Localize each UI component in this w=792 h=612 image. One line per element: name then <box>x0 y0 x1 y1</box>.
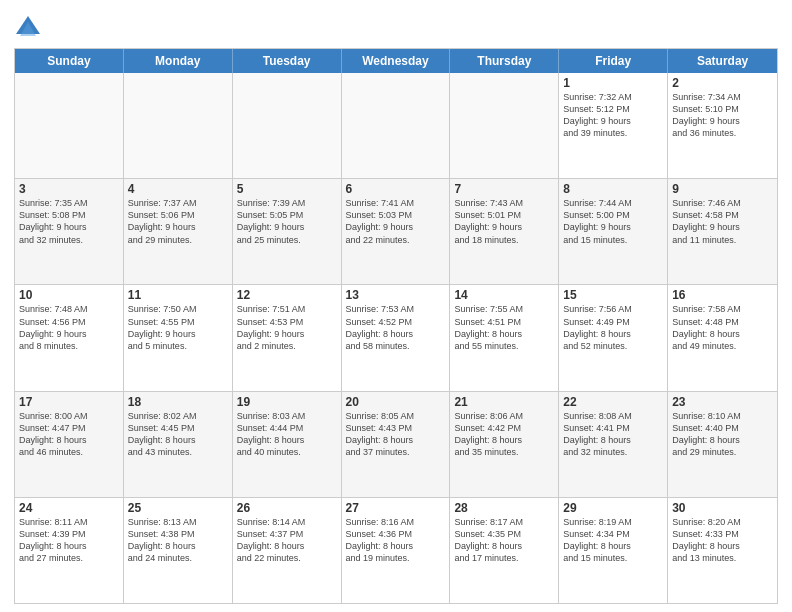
calendar: SundayMondayTuesdayWednesdayThursdayFrid… <box>14 48 778 604</box>
day-number: 20 <box>346 395 446 409</box>
day-number: 5 <box>237 182 337 196</box>
day-info: Sunrise: 8:13 AMSunset: 4:38 PMDaylight:… <box>128 516 228 565</box>
calendar-week-2: 3Sunrise: 7:35 AMSunset: 5:08 PMDaylight… <box>15 179 777 285</box>
day-cell-28: 28Sunrise: 8:17 AMSunset: 4:35 PMDayligh… <box>450 498 559 603</box>
day-number: 14 <box>454 288 554 302</box>
day-number: 6 <box>346 182 446 196</box>
logo-icon <box>14 14 42 42</box>
day-info: Sunrise: 7:50 AMSunset: 4:55 PMDaylight:… <box>128 303 228 352</box>
day-cell-9: 9Sunrise: 7:46 AMSunset: 4:58 PMDaylight… <box>668 179 777 284</box>
day-number: 29 <box>563 501 663 515</box>
calendar-week-5: 24Sunrise: 8:11 AMSunset: 4:39 PMDayligh… <box>15 498 777 603</box>
day-info: Sunrise: 8:02 AMSunset: 4:45 PMDaylight:… <box>128 410 228 459</box>
header-day-tuesday: Tuesday <box>233 49 342 73</box>
header <box>14 10 778 42</box>
empty-cell <box>450 73 559 178</box>
day-number: 13 <box>346 288 446 302</box>
day-number: 17 <box>19 395 119 409</box>
day-number: 21 <box>454 395 554 409</box>
day-number: 15 <box>563 288 663 302</box>
day-number: 3 <box>19 182 119 196</box>
header-day-thursday: Thursday <box>450 49 559 73</box>
day-info: Sunrise: 8:08 AMSunset: 4:41 PMDaylight:… <box>563 410 663 459</box>
day-number: 18 <box>128 395 228 409</box>
day-cell-22: 22Sunrise: 8:08 AMSunset: 4:41 PMDayligh… <box>559 392 668 497</box>
day-cell-1: 1Sunrise: 7:32 AMSunset: 5:12 PMDaylight… <box>559 73 668 178</box>
day-cell-5: 5Sunrise: 7:39 AMSunset: 5:05 PMDaylight… <box>233 179 342 284</box>
calendar-week-4: 17Sunrise: 8:00 AMSunset: 4:47 PMDayligh… <box>15 392 777 498</box>
day-info: Sunrise: 8:03 AMSunset: 4:44 PMDaylight:… <box>237 410 337 459</box>
day-cell-19: 19Sunrise: 8:03 AMSunset: 4:44 PMDayligh… <box>233 392 342 497</box>
day-cell-11: 11Sunrise: 7:50 AMSunset: 4:55 PMDayligh… <box>124 285 233 390</box>
day-cell-14: 14Sunrise: 7:55 AMSunset: 4:51 PMDayligh… <box>450 285 559 390</box>
day-cell-21: 21Sunrise: 8:06 AMSunset: 4:42 PMDayligh… <box>450 392 559 497</box>
header-day-saturday: Saturday <box>668 49 777 73</box>
day-info: Sunrise: 7:58 AMSunset: 4:48 PMDaylight:… <box>672 303 773 352</box>
logo <box>14 14 46 42</box>
empty-cell <box>15 73 124 178</box>
day-cell-20: 20Sunrise: 8:05 AMSunset: 4:43 PMDayligh… <box>342 392 451 497</box>
day-info: Sunrise: 7:41 AMSunset: 5:03 PMDaylight:… <box>346 197 446 246</box>
header-day-friday: Friday <box>559 49 668 73</box>
day-number: 23 <box>672 395 773 409</box>
day-number: 4 <box>128 182 228 196</box>
header-day-sunday: Sunday <box>15 49 124 73</box>
day-number: 16 <box>672 288 773 302</box>
day-info: Sunrise: 7:43 AMSunset: 5:01 PMDaylight:… <box>454 197 554 246</box>
day-info: Sunrise: 7:51 AMSunset: 4:53 PMDaylight:… <box>237 303 337 352</box>
day-cell-10: 10Sunrise: 7:48 AMSunset: 4:56 PMDayligh… <box>15 285 124 390</box>
day-cell-27: 27Sunrise: 8:16 AMSunset: 4:36 PMDayligh… <box>342 498 451 603</box>
calendar-header: SundayMondayTuesdayWednesdayThursdayFrid… <box>15 49 777 73</box>
day-info: Sunrise: 8:17 AMSunset: 4:35 PMDaylight:… <box>454 516 554 565</box>
day-number: 30 <box>672 501 773 515</box>
day-number: 12 <box>237 288 337 302</box>
page: SundayMondayTuesdayWednesdayThursdayFrid… <box>0 0 792 612</box>
day-number: 7 <box>454 182 554 196</box>
day-cell-25: 25Sunrise: 8:13 AMSunset: 4:38 PMDayligh… <box>124 498 233 603</box>
day-cell-29: 29Sunrise: 8:19 AMSunset: 4:34 PMDayligh… <box>559 498 668 603</box>
calendar-week-1: 1Sunrise: 7:32 AMSunset: 5:12 PMDaylight… <box>15 73 777 179</box>
day-info: Sunrise: 8:10 AMSunset: 4:40 PMDaylight:… <box>672 410 773 459</box>
day-cell-13: 13Sunrise: 7:53 AMSunset: 4:52 PMDayligh… <box>342 285 451 390</box>
empty-cell <box>342 73 451 178</box>
day-info: Sunrise: 7:34 AMSunset: 5:10 PMDaylight:… <box>672 91 773 140</box>
day-info: Sunrise: 7:37 AMSunset: 5:06 PMDaylight:… <box>128 197 228 246</box>
day-info: Sunrise: 8:20 AMSunset: 4:33 PMDaylight:… <box>672 516 773 565</box>
empty-cell <box>124 73 233 178</box>
day-info: Sunrise: 7:56 AMSunset: 4:49 PMDaylight:… <box>563 303 663 352</box>
day-cell-7: 7Sunrise: 7:43 AMSunset: 5:01 PMDaylight… <box>450 179 559 284</box>
day-number: 25 <box>128 501 228 515</box>
day-number: 1 <box>563 76 663 90</box>
day-info: Sunrise: 8:19 AMSunset: 4:34 PMDaylight:… <box>563 516 663 565</box>
day-cell-3: 3Sunrise: 7:35 AMSunset: 5:08 PMDaylight… <box>15 179 124 284</box>
day-number: 26 <box>237 501 337 515</box>
day-info: Sunrise: 7:48 AMSunset: 4:56 PMDaylight:… <box>19 303 119 352</box>
day-number: 11 <box>128 288 228 302</box>
day-number: 27 <box>346 501 446 515</box>
day-number: 8 <box>563 182 663 196</box>
day-number: 22 <box>563 395 663 409</box>
day-cell-30: 30Sunrise: 8:20 AMSunset: 4:33 PMDayligh… <box>668 498 777 603</box>
day-info: Sunrise: 8:06 AMSunset: 4:42 PMDaylight:… <box>454 410 554 459</box>
day-number: 10 <box>19 288 119 302</box>
day-info: Sunrise: 7:55 AMSunset: 4:51 PMDaylight:… <box>454 303 554 352</box>
day-cell-23: 23Sunrise: 8:10 AMSunset: 4:40 PMDayligh… <box>668 392 777 497</box>
header-day-monday: Monday <box>124 49 233 73</box>
day-cell-18: 18Sunrise: 8:02 AMSunset: 4:45 PMDayligh… <box>124 392 233 497</box>
day-info: Sunrise: 7:32 AMSunset: 5:12 PMDaylight:… <box>563 91 663 140</box>
day-info: Sunrise: 8:05 AMSunset: 4:43 PMDaylight:… <box>346 410 446 459</box>
day-cell-4: 4Sunrise: 7:37 AMSunset: 5:06 PMDaylight… <box>124 179 233 284</box>
day-info: Sunrise: 8:00 AMSunset: 4:47 PMDaylight:… <box>19 410 119 459</box>
day-info: Sunrise: 8:14 AMSunset: 4:37 PMDaylight:… <box>237 516 337 565</box>
day-info: Sunrise: 7:39 AMSunset: 5:05 PMDaylight:… <box>237 197 337 246</box>
header-day-wednesday: Wednesday <box>342 49 451 73</box>
day-number: 2 <box>672 76 773 90</box>
day-cell-8: 8Sunrise: 7:44 AMSunset: 5:00 PMDaylight… <box>559 179 668 284</box>
day-number: 28 <box>454 501 554 515</box>
day-cell-16: 16Sunrise: 7:58 AMSunset: 4:48 PMDayligh… <box>668 285 777 390</box>
day-cell-17: 17Sunrise: 8:00 AMSunset: 4:47 PMDayligh… <box>15 392 124 497</box>
day-info: Sunrise: 7:53 AMSunset: 4:52 PMDaylight:… <box>346 303 446 352</box>
day-cell-26: 26Sunrise: 8:14 AMSunset: 4:37 PMDayligh… <box>233 498 342 603</box>
day-number: 24 <box>19 501 119 515</box>
day-cell-15: 15Sunrise: 7:56 AMSunset: 4:49 PMDayligh… <box>559 285 668 390</box>
